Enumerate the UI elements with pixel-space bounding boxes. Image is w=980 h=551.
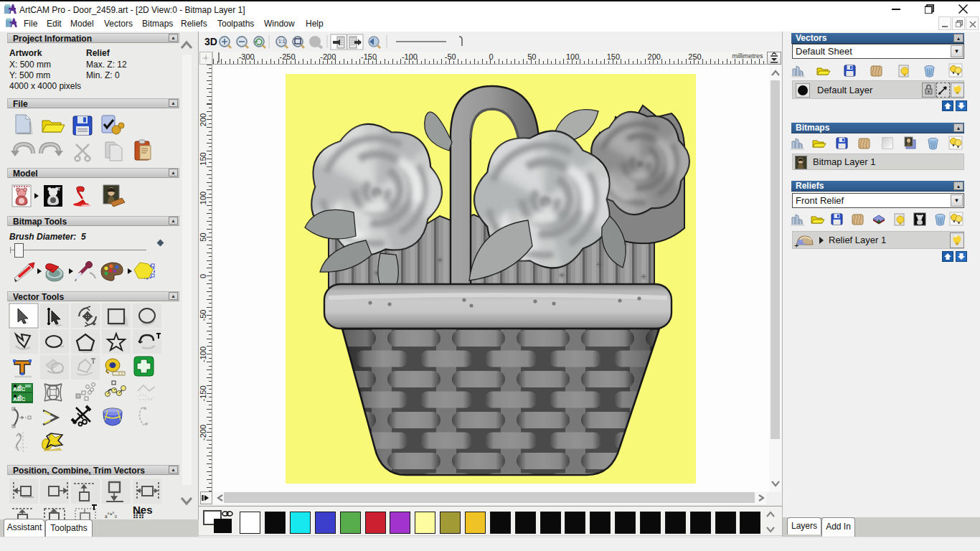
svg-text:✳: ✳ [595, 260, 603, 270]
svg-text:1:1: 1:1 [278, 39, 286, 44]
svg-text:ABC: ABC [13, 396, 26, 402]
svg-text:ABC: ABC [13, 386, 26, 392]
svg-text:✳: ✳ [436, 255, 443, 265]
svg-text:✳: ✳ [558, 270, 565, 281]
svg-text:ₐ°*˚₀: ₐ°*˚₀ [105, 512, 117, 519]
svg-text:✳: ✳ [640, 272, 647, 282]
